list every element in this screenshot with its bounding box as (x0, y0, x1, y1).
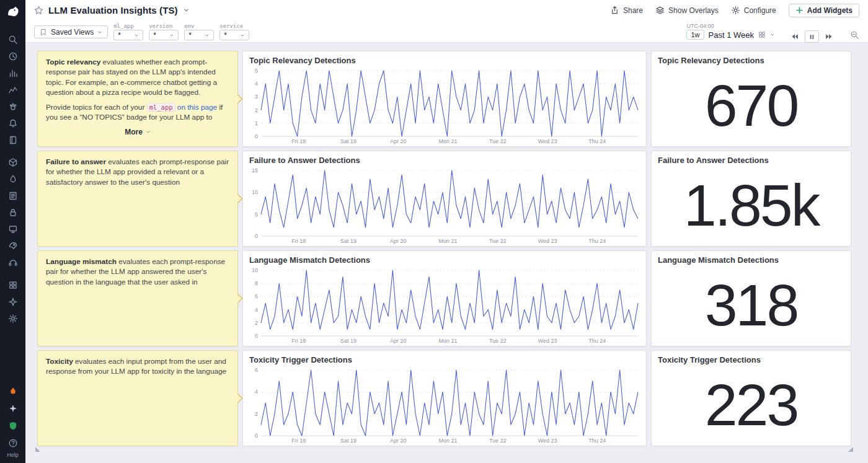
svg-text:Fri 18: Fri 18 (291, 138, 306, 144)
sidebar-item-notebooks[interactable] (5, 134, 21, 146)
title-row: LLM Evaluation Insights (TS) Share Show … (25, 0, 868, 20)
note-lead: Language mismatch (46, 257, 117, 266)
show-overlays-label: Show Overlays (668, 6, 719, 15)
share-label: Share (623, 6, 643, 15)
note-text: Topic relevancy evaluates whether each p… (46, 57, 229, 97)
sidebar-item-service-management[interactable] (5, 257, 21, 269)
svg-text:4: 4 (255, 81, 258, 87)
more-label: More (125, 127, 143, 138)
variable-value: * (153, 31, 156, 40)
sidebar-item-software-delivery[interactable] (5, 240, 21, 252)
timeseries-widget-toxicity[interactable]: Toxicity Trigger Detections 0246Fri 18Sa… (242, 350, 647, 446)
sidebar-item-settings[interactable] (5, 312, 21, 325)
note-widget-failure-to-answer[interactable]: Failure to answer evaluates each prompt-… (37, 151, 238, 247)
widget-title: Failure to Answer Detections (652, 151, 851, 166)
svg-text:Mon 21: Mon 21 (439, 238, 458, 244)
zoom-out-magnifier-icon[interactable] (850, 30, 859, 40)
chevron-down-icon (205, 33, 210, 38)
env-variable-select[interactable]: * (184, 30, 214, 40)
svg-text:2: 2 (255, 320, 258, 326)
sidebar-item-alerts[interactable] (5, 117, 21, 130)
timeseries-chart[interactable]: 051015Fri 18Sat 19Apr 20Mon 21Tue 22Wed … (246, 167, 643, 245)
help-label[interactable]: Help (7, 452, 19, 459)
security-shield-icon[interactable] (5, 420, 21, 432)
saved-views-dropdown[interactable]: Saved Views (34, 25, 108, 38)
time-transport-controls (790, 30, 833, 43)
resize-handle[interactable] (35, 447, 40, 452)
sidebar-item-history[interactable] (5, 50, 21, 63)
sidebar-item-metrics[interactable] (5, 84, 21, 96)
calendar-grid-icon[interactable] (758, 31, 766, 38)
svg-text:0: 0 (255, 233, 258, 239)
sidebar-item-apm[interactable] (5, 173, 21, 185)
datadog-logo[interactable] (5, 4, 21, 22)
template-variable-ml_app: ml_app * (113, 23, 143, 40)
note-widget-language-mismatch[interactable]: Language mismatch evaluates each prompt-… (37, 250, 238, 346)
svg-text:1: 1 (255, 120, 258, 126)
configure-button[interactable]: Configure (731, 6, 776, 15)
show-overlays-button[interactable]: Show Overlays (655, 6, 719, 15)
query-value-widget-topic-relevancy[interactable]: Topic Relevancy Detections 670 (651, 51, 851, 147)
svg-text:Fri 18: Fri 18 (291, 438, 306, 444)
fast-forward-icon[interactable] (825, 32, 833, 41)
star-icon[interactable] (34, 6, 43, 15)
sidebar-item-llm-observability[interactable] (5, 296, 21, 308)
query-value-widget-language-mismatch[interactable]: Language Mismatch Detections 318 (651, 250, 851, 346)
timeseries-chart[interactable]: 012345Fri 18Sat 19Apr 20Mon 21Tue 22Wed … (246, 67, 643, 145)
sidebar-item-integrations[interactable] (5, 279, 21, 291)
timeseries-widget-language-mismatch[interactable]: Language Mismatch Detections 0246810Fri … (242, 250, 647, 346)
variable-label: ml_app (113, 23, 143, 29)
timeseries-widget-topic-relevancy[interactable]: Topic Relevancy Detections 012345Fri 18S… (242, 51, 647, 147)
chevron-down-icon[interactable] (770, 32, 775, 37)
widget-title: Language Mismatch Detections (652, 251, 851, 266)
sidebar-item-search[interactable] (5, 33, 21, 46)
query-value-widget-failure-to-answer[interactable]: Failure to Answer Detections 1.85k (651, 151, 851, 247)
svg-text:2: 2 (255, 411, 258, 417)
note-more-button[interactable]: More (46, 127, 229, 138)
bits-ai-sparkle-icon[interactable] (5, 402, 21, 415)
service-variable-select[interactable]: * (219, 30, 249, 40)
template-variable-service: service * (219, 23, 249, 40)
resize-handle[interactable] (848, 447, 853, 452)
sidebar-item-logs[interactable] (5, 190, 21, 202)
version-variable-select[interactable]: * (149, 30, 179, 40)
title-chevron-down-icon[interactable] (183, 7, 190, 14)
sidebar-item-security[interactable] (5, 206, 21, 219)
timeseries-chart[interactable]: 0246Fri 18Sat 19Apr 20Mon 21Tue 22Wed 23… (246, 366, 643, 444)
note-widget-topic-relevancy[interactable]: Topic relevancy evaluates whether each p… (37, 51, 238, 147)
chevron-down-icon (146, 130, 151, 134)
pause-button[interactable] (805, 30, 819, 43)
left-nav-sidebar: Help (0, 0, 25, 463)
svg-text:6: 6 (255, 367, 258, 373)
timezone-label: UTC-04:00 (686, 23, 714, 29)
svg-text:0: 0 (255, 333, 258, 339)
code-chip-ml_app: ml_app (147, 103, 175, 112)
add-widgets-label: Add Widgets (807, 6, 852, 15)
timeseries-widget-failure-to-answer[interactable]: Failure to Answer Detections 051015Fri 1… (242, 151, 647, 247)
share-icon (610, 6, 619, 15)
time-range-shortcut[interactable]: 1w (686, 30, 704, 40)
ml_app-variable-select[interactable]: * (113, 30, 143, 40)
sidebar-item-digital-experience[interactable] (5, 223, 21, 236)
sidebar-item-infrastructure[interactable] (5, 156, 21, 169)
rewind-icon[interactable] (790, 32, 799, 41)
svg-text:5: 5 (255, 68, 258, 74)
query-value-widget-toxicity[interactable]: Toxicity Trigger Detections 223 (651, 350, 851, 446)
share-button[interactable]: Share (610, 6, 643, 15)
sidebar-item-dashboards[interactable] (5, 67, 21, 79)
dashboard-topbar: LLM Evaluation Insights (TS) Share Show … (25, 0, 868, 43)
layers-icon (655, 6, 665, 15)
svg-text:0: 0 (255, 433, 258, 439)
page-title: LLM Evaluation Insights (TS) (48, 5, 178, 15)
add-widgets-button[interactable]: Add Widgets (789, 4, 859, 17)
svg-text:Mon 21: Mon 21 (439, 338, 458, 344)
timeseries-chart[interactable]: 0246810Fri 18Sat 19Apr 20Mon 21Tue 22Wed… (246, 267, 643, 345)
note-widget-toxicity[interactable]: Toxicity evaluates each input prompt fro… (37, 350, 238, 446)
time-range-label[interactable]: Past 1 Week (709, 30, 754, 40)
sidebar-item-watchdog[interactable] (5, 100, 21, 113)
help-icon[interactable] (5, 437, 21, 449)
error-tracking-flame-icon[interactable] (5, 385, 21, 397)
note-link[interactable]: on this page (177, 103, 217, 112)
note-text: Toxicity evaluates each input prompt fro… (46, 356, 229, 377)
svg-text:Fri 18: Fri 18 (291, 338, 306, 344)
